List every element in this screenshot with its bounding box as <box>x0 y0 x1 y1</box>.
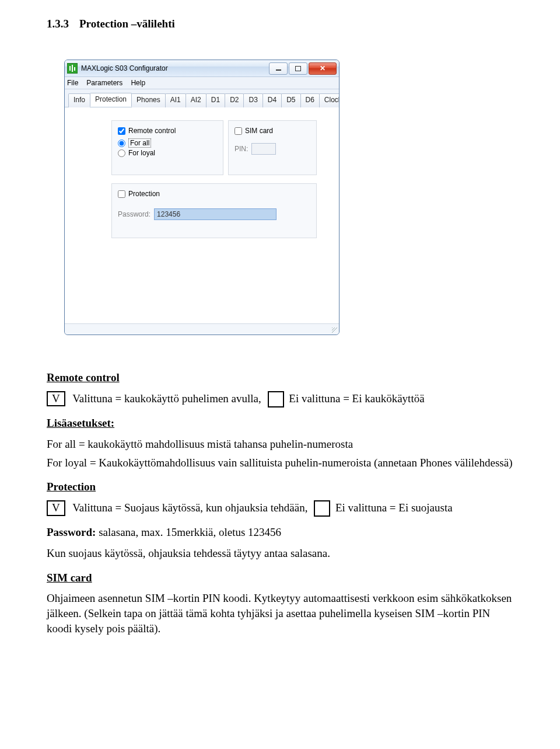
password-bold: Password: <box>47 526 96 538</box>
radio-for-all-label: For all <box>128 138 151 148</box>
protection-heading: Protection <box>47 479 513 494</box>
statusbar <box>65 323 339 335</box>
close-button[interactable]: ✕ <box>309 62 337 75</box>
tab-d1[interactable]: D1 <box>206 93 225 107</box>
tab-ai1[interactable]: AI1 <box>165 93 186 107</box>
group-remote-control: Remote control For all For loyal <box>111 120 223 175</box>
tab-info[interactable]: Info <box>68 93 90 107</box>
vbox-symbol-2: V <box>47 500 65 516</box>
empty-box-symbol <box>268 391 284 407</box>
tab-d3[interactable]: D3 <box>243 93 262 107</box>
forloyal-text: For loyal = Kaukokäyttömahdollisuus vain… <box>47 455 513 471</box>
forall-text: For all = kaukokäyttö mahdollisuus mistä… <box>47 437 513 452</box>
password-label: Password: <box>118 210 150 218</box>
sim-card-checkbox[interactable] <box>235 127 242 135</box>
password-rest: salasana, max. 15merkkiä, oletus 123456 <box>96 526 281 538</box>
tab-protection[interactable]: Protection <box>90 93 132 107</box>
password-line: Password: salasana, max. 15merkkiä, olet… <box>47 525 513 540</box>
protection-label: Protection <box>128 190 160 198</box>
minimize-button[interactable] <box>269 62 288 75</box>
protection-checkbox[interactable] <box>118 190 125 198</box>
tab-ai2[interactable]: AI2 <box>186 93 206 107</box>
protection-text-eivalittuna: Ei valittuna = Ei suojausta <box>335 501 453 514</box>
remote-control-label: Remote control <box>128 127 176 135</box>
remote-description-line: V Valittuna = kaukokäyttö puhelimen avul… <box>47 391 513 408</box>
radio-for-all[interactable] <box>118 140 125 147</box>
tab-clock[interactable]: Clock <box>319 93 340 107</box>
protection-extra: Kun suojaus käytössä, ohjauksia tehdessä… <box>47 546 513 561</box>
tab-d4[interactable]: D4 <box>262 93 282 107</box>
pin-label: PIN: <box>235 145 248 153</box>
radio-for-loyal-label: For loyal <box>128 149 155 157</box>
section-number: 1.3.3 <box>47 18 69 30</box>
resize-grip[interactable] <box>332 328 338 333</box>
tab-d6[interactable]: D6 <box>300 93 320 107</box>
vbox-symbol: V <box>47 391 65 407</box>
radio-for-loyal[interactable] <box>118 149 125 157</box>
maximize-button[interactable] <box>289 62 307 75</box>
app-window: MAXLogic S03 Configurator ✕ File Paramet… <box>64 60 340 335</box>
tab-phones[interactable]: Phones <box>131 93 166 107</box>
group-sim-card: SIM card PIN: <box>228 120 317 175</box>
password-input[interactable] <box>154 208 276 220</box>
app-icon <box>67 63 78 74</box>
close-icon: ✕ <box>320 65 326 72</box>
remote-text-valittuna: Valittuna = kaukokäyttö puhelimen avulla… <box>72 392 261 405</box>
sim-card-label: SIM card <box>245 127 273 135</box>
tab-d5[interactable]: D5 <box>281 93 300 107</box>
remote-control-heading: Remote control <box>47 370 513 385</box>
tab-content: Remote control For all For loyal <box>65 107 339 323</box>
tabstrip: Info Protection Phones AI1 AI2 D1 D2 D3 … <box>65 89 339 107</box>
section-heading: 1.3.3Protection –välilehti <box>47 18 513 30</box>
sim-heading: SIM card <box>47 570 513 586</box>
pin-input[interactable] <box>251 143 276 155</box>
titlebar[interactable]: MAXLogic S03 Configurator ✕ <box>65 60 339 77</box>
lisa-heading: Lisäasetukset: <box>47 416 513 431</box>
tab-d2[interactable]: D2 <box>225 93 244 107</box>
screenshot-container: MAXLogic S03 Configurator ✕ File Paramet… <box>64 60 513 335</box>
remote-text-eivalittuna: Ei valittuna = Ei kaukökäyttöä <box>289 392 424 405</box>
sim-text: Ohjaimeen asennetun SIM –kortin PIN kood… <box>47 591 513 636</box>
menu-parameters[interactable]: Parameters <box>86 79 123 87</box>
section-title: Protection –välilehti <box>79 18 175 30</box>
window-title: MAXLogic S03 Configurator <box>81 64 168 72</box>
menubar: File Parameters Help <box>65 77 339 89</box>
group-protection: Protection Password: <box>111 183 317 238</box>
menu-file[interactable]: File <box>67 79 78 87</box>
protection-text-valittuna: Valittuna = Suojaus käytössä, kun ohjauk… <box>72 501 307 514</box>
remote-control-checkbox[interactable] <box>118 127 125 135</box>
menu-help[interactable]: Help <box>131 79 145 87</box>
empty-box-symbol-2 <box>314 500 330 517</box>
protection-description-line: V Valittuna = Suojaus käytössä, kun ohja… <box>47 500 513 517</box>
